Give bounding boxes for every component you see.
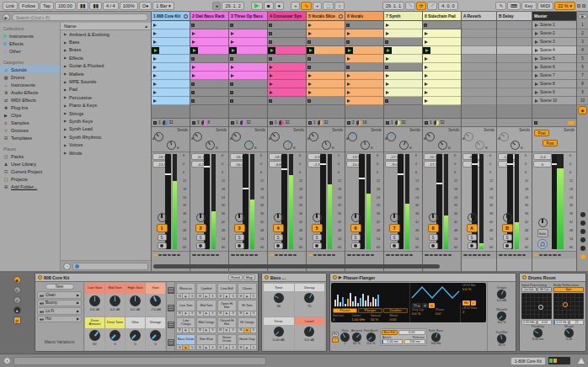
pad-solo-button[interactable]: S — [251, 345, 256, 349]
duty-cycle-value[interactable]: 0.0 % — [412, 311, 435, 316]
expand-arrow-icon[interactable]: ▶ — [64, 56, 67, 60]
param-value[interactable]: 0.00 dB — [273, 338, 285, 342]
track-stop-button[interactable] — [153, 121, 157, 125]
drum-pad-rim-shot[interactable]: Rim Shot M ▶ S — [196, 334, 216, 350]
scene-number[interactable]: 6 — [577, 63, 588, 72]
clip-slot-empty[interactable] — [190, 80, 228, 88]
tempo-field[interactable]: 100.00 — [55, 2, 76, 10]
clip-slot-playing[interactable] — [423, 46, 461, 55]
master-solo-button[interactable]: Solo — [537, 229, 548, 237]
new-variation-button[interactable]: New — [45, 284, 74, 290]
solo-button[interactable]: S — [390, 234, 399, 241]
clip-slot-empty[interactable] — [268, 21, 306, 29]
drum-pad-hi-conga[interactable]: Hi Conga M ▶ S — [238, 317, 257, 333]
track-activator-button[interactable]: 4 — [273, 224, 284, 232]
launch-variation-icon[interactable]: ▶ — [77, 293, 79, 297]
clip-play-icon[interactable] — [425, 32, 428, 35]
section-toggle-dot[interactable] — [580, 246, 585, 251]
clip-slot-empty[interactable] — [229, 88, 267, 97]
clip-slot-empty[interactable] — [229, 80, 267, 88]
pan-knob[interactable] — [158, 213, 167, 222]
clip-slot[interactable] — [384, 55, 422, 63]
nudge-up-button[interactable]: ▮▮ — [89, 2, 102, 10]
phaser-title-bar[interactable]: ▶ Phaser-Flanger — [330, 274, 516, 282]
clip-stop-icon[interactable] — [230, 24, 233, 27]
clip-play-icon[interactable] — [231, 74, 234, 77]
scene-row[interactable]: Scene 3 — [532, 38, 576, 46]
lfo2-rate-value[interactable]: 2 — [462, 310, 484, 314]
clip-play-icon[interactable] — [386, 57, 389, 61]
clip-slot-empty[interactable] — [229, 97, 267, 105]
browser-list-item[interactable]: ▶Piano & Keys — [61, 102, 151, 109]
clip-slot[interactable] — [152, 72, 190, 80]
clip-play-icon[interactable] — [425, 91, 428, 94]
scene-play-icon[interactable] — [535, 49, 538, 52]
drop-area[interactable] — [307, 105, 345, 119]
clip-slot[interactable] — [423, 63, 461, 72]
param-knob[interactable] — [304, 293, 314, 303]
pad-solo-button[interactable]: S — [190, 328, 195, 332]
loop-start-field[interactable]: 29. 1. 1 — [382, 2, 404, 10]
macro-knob[interactable] — [110, 295, 120, 306]
playing-indicator[interactable] — [345, 47, 353, 54]
drum-pad-hand-clap[interactable]: Hand Clap M ▶ S — [238, 334, 257, 350]
pad-play-button[interactable]: ▶ — [204, 345, 210, 349]
lfo2-mix-value[interactable]: 0.0 % — [462, 287, 484, 291]
browser-list-item[interactable]: ▶Guitar & Plucked — [61, 62, 151, 70]
browser-list-item[interactable]: ▶Mallets — [61, 70, 151, 77]
clip-slot-empty[interactable] — [307, 55, 345, 63]
clip-play-icon[interactable] — [270, 74, 273, 77]
drop-area[interactable] — [190, 105, 228, 119]
macro-name[interactable]: High Gain — [126, 283, 145, 294]
mixer-show-hide-button[interactable]: ◉ — [578, 106, 587, 114]
place-item-packs[interactable]: ◳Packs — [0, 152, 60, 160]
clip-play-icon[interactable] — [425, 74, 428, 77]
cpu-meter[interactable]: 22 % ▾ — [554, 2, 575, 10]
pad-solo-button[interactable]: S — [190, 345, 195, 349]
pad-play-button[interactable]: ▶ — [183, 311, 189, 316]
send-knob[interactable] — [154, 132, 163, 141]
clip-slot[interactable] — [152, 97, 190, 105]
macro-knob[interactable] — [110, 330, 120, 341]
lo-cut-button[interactable]: Lo Cut — [521, 287, 537, 292]
track-stop-button[interactable] — [270, 121, 273, 125]
track-header[interactable]: 1 808 Core Kit — [152, 12, 190, 21]
feedback-value[interactable]: 0.0 % — [367, 342, 376, 345]
pad-mute-button[interactable]: M — [218, 311, 224, 316]
clip-play-icon[interactable] — [425, 57, 428, 61]
macro-knob[interactable] — [150, 295, 161, 306]
pad-solo-button[interactable]: S — [230, 328, 235, 332]
shape-knob[interactable] — [564, 328, 574, 338]
play-button[interactable]: ▶ — [251, 2, 263, 10]
drum-pad-snare-drum[interactable]: Snare Drum M ▶ S — [217, 334, 237, 350]
metronome-button[interactable]: O● — [139, 2, 152, 10]
clip-slot[interactable] — [190, 63, 228, 72]
pad-solo-button[interactable]: S — [230, 345, 235, 349]
scene-play-icon[interactable] — [535, 66, 538, 69]
expand-arrow-icon[interactable]: ▶ — [64, 111, 67, 115]
clip-play-icon[interactable] — [192, 40, 195, 44]
scene-number[interactable]: 2 — [577, 29, 588, 38]
browser-list-item[interactable]: ▶Strings — [61, 109, 151, 117]
scene-play-icon[interactable] — [535, 57, 538, 61]
macro-name[interactable]: Glue — [126, 317, 145, 328]
return-activator-button[interactable]: A — [467, 224, 478, 232]
clip-play-icon[interactable] — [386, 32, 389, 35]
clip-slot[interactable] — [190, 38, 228, 46]
pad-solo-button[interactable]: S — [251, 294, 256, 298]
clip-stop-icon[interactable] — [424, 24, 427, 27]
show-hide-device-view-icon[interactable] — [578, 358, 585, 364]
drop-area[interactable] — [152, 105, 190, 119]
amount-value[interactable]: 65 % — [353, 342, 361, 345]
clip-stop-icon[interactable] — [269, 24, 272, 27]
solo-button[interactable]: S — [274, 234, 283, 241]
clip-slot-playing[interactable] — [384, 46, 422, 55]
hi-cut-button[interactable]: Hi Cut — [537, 287, 553, 292]
macro-knob[interactable] — [89, 330, 100, 341]
clip-slot[interactable] — [152, 38, 190, 46]
preview-headphone-icon[interactable]: ◔ — [63, 263, 71, 270]
scene-number[interactable]: 10 — [577, 97, 588, 105]
clip-slot[interactable] — [307, 21, 345, 29]
clip-slot[interactable] — [423, 38, 461, 46]
track-activator-button[interactable]: 1 — [157, 224, 168, 232]
